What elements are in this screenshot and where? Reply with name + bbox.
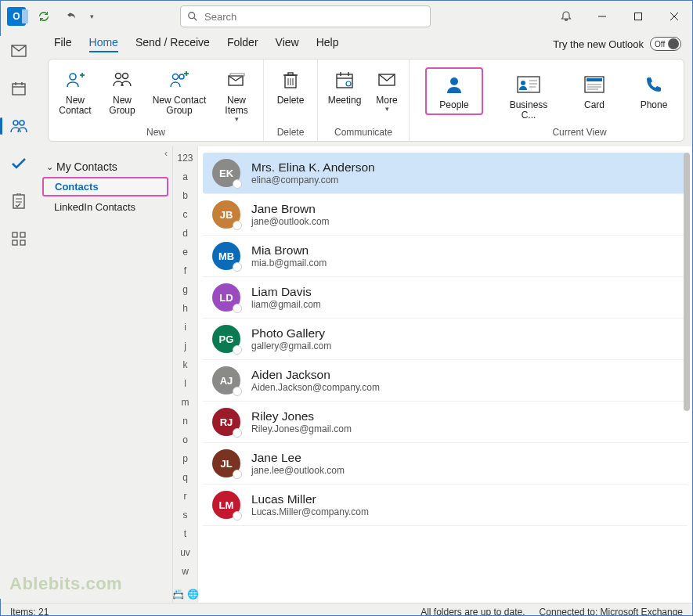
- svg-rect-46: [13, 84, 25, 95]
- contact-row[interactable]: LDLiam Davisliam@gmail.com: [203, 277, 688, 319]
- alpha-n[interactable]: n: [182, 416, 188, 430]
- alpha-123[interactable]: 123: [177, 153, 193, 167]
- tab-help[interactable]: Help: [316, 36, 339, 52]
- svg-point-29: [450, 77, 458, 85]
- contact-email: gallery@gmail.com: [251, 340, 331, 351]
- nav-people-icon[interactable]: [6, 116, 31, 136]
- avatar: LD: [212, 283, 240, 312]
- alpha-s[interactable]: s: [183, 510, 188, 524]
- svg-point-0: [189, 13, 195, 19]
- alpha-w[interactable]: w: [182, 566, 189, 580]
- nav-more-apps-icon[interactable]: [6, 229, 31, 249]
- svg-point-31: [521, 81, 525, 85]
- business-card-view-button[interactable]: Business C...: [502, 67, 555, 121]
- alpha-p[interactable]: p: [182, 453, 188, 467]
- svg-point-50: [13, 121, 18, 125]
- ribbon-group-label: Current View: [552, 127, 606, 139]
- alpha-r[interactable]: r: [184, 491, 187, 505]
- nav-tasks-icon[interactable]: [6, 153, 31, 174]
- tab-file[interactable]: File: [54, 36, 72, 52]
- contact-name: Photo Gallery: [251, 326, 331, 340]
- folder-contacts[interactable]: Contacts: [42, 177, 168, 196]
- alpha-f[interactable]: f: [184, 265, 186, 279]
- svg-point-6: [70, 74, 76, 80]
- close-button[interactable]: [656, 1, 692, 32]
- alpha-h[interactable]: h: [182, 303, 188, 317]
- new-items-button[interactable]: New Items ▾: [216, 63, 257, 124]
- alpha-l[interactable]: l: [184, 378, 186, 392]
- outlook-logo: O: [7, 7, 26, 26]
- collapse-pane-icon[interactable]: ‹: [164, 148, 168, 159]
- alpha-j[interactable]: j: [184, 340, 186, 355]
- alpha-a[interactable]: a: [182, 171, 188, 186]
- new-contact-button[interactable]: New Contact: [55, 63, 96, 116]
- tab-folder[interactable]: Folder: [227, 36, 258, 52]
- alpha-g[interactable]: g: [182, 284, 188, 298]
- contact-row[interactable]: AJAiden JacksonAiden.Jackson@company.com: [203, 360, 688, 402]
- nav-calendar-icon[interactable]: [6, 78, 31, 99]
- alpha-c[interactable]: c: [183, 209, 188, 223]
- scrollbar[interactable]: [681, 149, 692, 600]
- status-items: Items: 21: [10, 607, 49, 617]
- ribbon-label: Meeting: [328, 95, 362, 106]
- folder-header[interactable]: ⌄ My Contacts: [38, 157, 172, 176]
- ribbon-group-delete: Delete Delete: [264, 59, 318, 141]
- ribbon-group-label: Delete: [277, 127, 305, 139]
- alpha-q[interactable]: q: [182, 472, 188, 486]
- alpha-m[interactable]: m: [182, 397, 189, 411]
- sync-icon[interactable]: [34, 6, 54, 27]
- contact-row[interactable]: JLJane Leejane.lee@outlook.com: [203, 443, 688, 485]
- try-new-toggle[interactable]: Off: [650, 37, 681, 51]
- presence-indicator: [233, 345, 242, 355]
- tab-send-receive[interactable]: Send / Receive: [135, 36, 210, 52]
- alpha-d[interactable]: d: [182, 228, 188, 242]
- people-plus-icon: [167, 67, 192, 92]
- new-contact-group-button[interactable]: New Contact Group: [149, 63, 210, 116]
- phone-icon: [641, 72, 666, 97]
- contact-card-icon[interactable]: 📇: [172, 589, 184, 598]
- scrollbar-thumb[interactable]: [684, 153, 690, 411]
- more-button[interactable]: More ▾: [371, 63, 402, 113]
- delete-button[interactable]: Delete: [270, 63, 311, 106]
- alpha-e[interactable]: e: [182, 247, 188, 261]
- toggle-knob: [668, 38, 679, 49]
- contact-row[interactable]: JBJane Brownjane@outlook.com: [203, 194, 688, 236]
- envelope-stack-icon: [224, 67, 249, 92]
- alpha-k[interactable]: k: [183, 359, 188, 373]
- alpha-i[interactable]: i: [184, 322, 186, 336]
- alpha-o[interactable]: o: [182, 434, 188, 448]
- alpha-b[interactable]: b: [182, 190, 188, 204]
- svg-rect-3: [635, 13, 642, 20]
- undo-icon[interactable]: [62, 6, 82, 27]
- folder-linkedin[interactable]: LinkedIn Contacts: [38, 197, 172, 217]
- contact-row[interactable]: RJRiley JonesRiley.Jones@gmail.com: [203, 402, 688, 443]
- people-view-button[interactable]: People: [425, 67, 483, 115]
- nav-notes-icon[interactable]: [6, 191, 31, 211]
- contact-row[interactable]: EKMrs. Elina K. Andersonelina@company.co…: [203, 153, 688, 194]
- contact-row[interactable]: PGPhoto Gallerygallery@gmail.com: [203, 319, 688, 360]
- globe-icon[interactable]: 🌐: [187, 589, 199, 598]
- tab-view[interactable]: View: [276, 36, 299, 52]
- contact-name: Aiden Jackson: [251, 368, 380, 382]
- card-view-button[interactable]: Card: [574, 67, 615, 110]
- maximize-button[interactable]: [620, 1, 656, 32]
- contact-name: Riley Jones: [251, 409, 352, 423]
- alpha-uv[interactable]: uv: [180, 547, 190, 561]
- nav-mail-icon[interactable]: [6, 41, 31, 61]
- person-icon: [442, 72, 467, 97]
- minimize-button[interactable]: [584, 1, 620, 32]
- contact-row[interactable]: MBMia Brownmia.b@gmail.com: [203, 236, 688, 277]
- search-input[interactable]: [204, 11, 424, 23]
- trash-icon: [278, 67, 303, 92]
- tab-home[interactable]: Home: [89, 36, 118, 52]
- meeting-button[interactable]: Meeting: [324, 63, 365, 106]
- qat-dropdown-icon[interactable]: ▾: [90, 13, 94, 20]
- alpha-t[interactable]: t: [184, 528, 186, 542]
- presence-indicator: [233, 262, 242, 272]
- search-box[interactable]: [180, 5, 431, 27]
- svg-rect-58: [20, 240, 25, 245]
- new-group-button[interactable]: New Group: [102, 63, 143, 116]
- phone-view-button[interactable]: Phone: [633, 67, 674, 110]
- notifications-icon[interactable]: [548, 1, 584, 32]
- contact-row[interactable]: LMLucas MillerLucas.Miller@company.com: [203, 485, 688, 526]
